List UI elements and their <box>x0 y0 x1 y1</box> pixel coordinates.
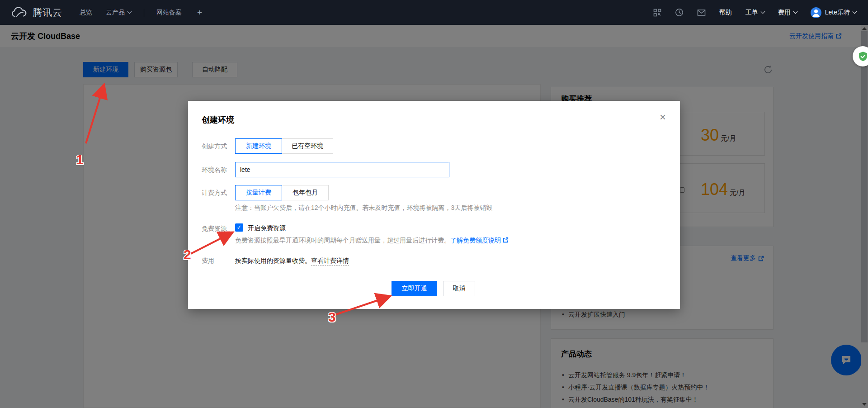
fee-description: 按实际使用的资源量收费。查看计费详情 <box>235 257 349 265</box>
create-environment-dialog: 创建环境 × 创建方式 新建环境 已有空环境 环境名称 计费方式 按量计费 包年… <box>188 101 680 309</box>
free-quota-link[interactable]: 了解免费额度说明 <box>450 237 501 244</box>
shield-check-icon <box>857 51 868 62</box>
billing-mode-options: 按量计费 包年包月 <box>235 185 329 200</box>
billing-note: 注意：当账户欠费后，请在12个小时内充值。若未及时充值，环境将被隔离，3天后将被… <box>235 204 492 212</box>
chevron-down-icon <box>793 9 797 14</box>
nav-ticket[interactable]: 工单 <box>745 9 764 17</box>
external-link-icon <box>503 237 509 243</box>
user-name: Lete乐特 <box>825 9 856 17</box>
nav-billing[interactable]: 费用 <box>778 9 797 17</box>
step2-arrow <box>184 228 238 259</box>
step3-arrow <box>329 292 395 319</box>
nav-add-tab-button[interactable]: + <box>197 8 202 18</box>
chevron-down-icon <box>127 9 132 14</box>
close-icon[interactable]: × <box>656 111 669 123</box>
option-new-environment[interactable]: 新建环境 <box>235 138 282 154</box>
option-pay-as-you-go[interactable]: 按量计费 <box>235 185 282 200</box>
step2-number: 2 <box>184 247 191 262</box>
clock-icon[interactable] <box>675 8 684 17</box>
billing-detail-link[interactable]: 查看计费详情 <box>311 257 349 266</box>
nav-overview[interactable]: 总览 <box>80 9 92 17</box>
nav-products[interactable]: 云产品 <box>106 9 131 17</box>
tencent-cloud-logo[interactable]: 腾讯云 <box>11 6 62 19</box>
env-name-label: 环境名称 <box>202 166 227 174</box>
nav-divider <box>144 9 144 17</box>
confirm-activate-button[interactable]: 立即开通 <box>392 281 437 296</box>
billing-mode-label: 计费方式 <box>202 189 227 197</box>
step1-number: 1 <box>76 152 84 167</box>
create-method-options: 新建环境 已有空环境 <box>235 138 333 154</box>
chevron-down-icon <box>760 9 765 14</box>
qr-code-icon[interactable] <box>653 9 661 17</box>
cloudbase-console: 腾讯云 总览 云产品 网站备案 + 帮助 <box>0 0 868 408</box>
nav-help[interactable]: 帮助 <box>719 9 732 17</box>
cancel-button[interactable]: 取消 <box>443 281 475 296</box>
user-avatar <box>811 7 821 18</box>
account-menu[interactable]: Lete乐特 <box>811 7 856 18</box>
create-method-label: 创建方式 <box>202 142 227 151</box>
dialog-title: 创建环境 <box>202 114 234 125</box>
option-existing-environment[interactable]: 已有空环境 <box>282 138 333 154</box>
option-prepaid[interactable]: 包年包月 <box>282 185 329 200</box>
top-navbar: 腾讯云 总览 云产品 网站备案 + 帮助 <box>0 0 868 25</box>
free-resource-description: 免费资源按照最早开通环境时的周期每个月赠送用量，超过用量后进行计费。了解免费额度… <box>235 237 509 245</box>
nav-icp[interactable]: 网站备案 <box>156 9 182 17</box>
environment-name-input[interactable] <box>235 162 449 177</box>
step1-arrow <box>80 82 112 148</box>
step3-number: 3 <box>328 309 336 325</box>
logo-text: 腾讯云 <box>33 6 62 19</box>
chevron-down-icon <box>853 9 857 14</box>
mail-icon[interactable] <box>697 9 706 16</box>
cloud-logo-icon <box>11 7 27 19</box>
free-resource-checkbox-label[interactable]: 开启免费资源 <box>248 224 286 232</box>
